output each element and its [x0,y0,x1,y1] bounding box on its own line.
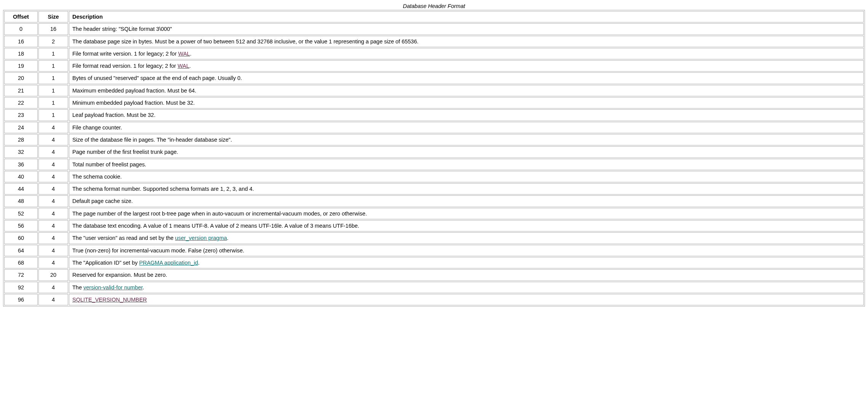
cell-description: The page number of the largest root b-tr… [69,208,864,219]
table-row: 211Maximum embedded payload fraction. Mu… [4,85,864,96]
cell-size: 4 [38,195,68,207]
cell-offset: 23 [4,109,38,121]
cell-size: 4 [38,122,68,133]
cell-size: 4 [38,257,68,268]
cell-size: 1 [38,109,68,121]
col-header-size: Size [38,11,68,22]
cell-size: 4 [38,183,68,195]
cell-description: The schema format number. Supported sche… [69,183,864,195]
table-row: 221Minimum embedded payload fraction. Mu… [4,97,864,109]
table-row: 284Size of the database file in pages. T… [4,134,864,145]
cell-description: The database text encoding. A value of 1… [69,220,864,231]
cell-description: File format write version. 1 for legacy;… [69,48,864,59]
cell-offset: 64 [4,245,38,256]
cell-description: The version-valid-for number. [69,282,864,293]
cell-description: The "user version" as read and set by th… [69,232,864,244]
cell-offset: 24 [4,122,38,133]
cell-offset: 44 [4,183,38,195]
cell-offset: 68 [4,257,38,268]
cell-description: SQLITE_VERSION_NUMBER [69,294,864,305]
col-header-description: Description [69,11,864,22]
cell-offset: 0 [4,23,38,35]
cell-size: 4 [38,159,68,170]
cell-size: 1 [38,85,68,96]
cell-offset: 72 [4,269,38,281]
link[interactable]: SQLITE_VERSION_NUMBER [72,297,147,303]
link[interactable]: WAL [178,51,190,57]
table-row: 162The database page size in bytes. Must… [4,36,864,47]
table-row: 684The "Application ID" set by PRAGMA ap… [4,257,864,268]
cell-offset: 28 [4,134,38,145]
cell-description: True (non-zero) for incremental-vacuum m… [69,245,864,256]
table-caption: Database Header Format [3,3,865,9]
cell-offset: 20 [4,72,38,84]
table-row: 231Leaf payload fraction. Must be 32. [4,109,864,121]
cell-size: 1 [38,72,68,84]
cell-offset: 32 [4,146,38,158]
cell-size: 1 [38,60,68,72]
table-row: 191File format read version. 1 for legac… [4,60,864,72]
cell-size: 4 [38,282,68,293]
table-row: 644True (non-zero) for incremental-vacuu… [4,245,864,256]
cell-description: Total number of freelist pages. [69,159,864,170]
cell-description: The "Application ID" set by PRAGMA appli… [69,257,864,268]
cell-offset: 36 [4,159,38,170]
cell-offset: 96 [4,294,38,305]
table-row: 524The page number of the largest root b… [4,208,864,219]
link[interactable]: PRAGMA application_id [139,260,198,266]
cell-description: Maximum embedded payload fraction. Must … [69,85,864,96]
cell-offset: 16 [4,36,38,47]
cell-description: Bytes of unused "reserved" space at the … [69,72,864,84]
cell-description: Leaf payload fraction. Must be 32. [69,109,864,121]
table-row: 444The schema format number. Supported s… [4,183,864,195]
cell-size: 1 [38,97,68,109]
cell-description: Minimum embedded payload fraction. Must … [69,97,864,109]
cell-description: Reserved for expansion. Must be zero. [69,269,864,281]
cell-description: Size of the database file in pages. The … [69,134,864,145]
cell-offset: 56 [4,220,38,231]
cell-description: Default page cache size. [69,195,864,207]
table-row: 484Default page cache size. [4,195,864,207]
cell-offset: 92 [4,282,38,293]
cell-description: File format read version. 1 for legacy; … [69,60,864,72]
cell-offset: 22 [4,97,38,109]
cell-offset: 48 [4,195,38,207]
cell-offset: 40 [4,171,38,182]
cell-size: 4 [38,294,68,305]
cell-size: 2 [38,36,68,47]
link[interactable]: WAL [177,63,189,69]
cell-size: 4 [38,146,68,158]
cell-size: 4 [38,220,68,231]
cell-size: 1 [38,48,68,59]
table-row: 016The header string: "SQLite format 3\0… [4,23,864,35]
link[interactable]: version-valid-for number [83,284,143,290]
table-row: 964SQLITE_VERSION_NUMBER [4,294,864,305]
cell-offset: 18 [4,48,38,59]
cell-description: The database page size in bytes. Must be… [69,36,864,47]
table-body: 016The header string: "SQLite format 3\0… [4,23,864,305]
cell-size: 4 [38,134,68,145]
cell-size: 4 [38,232,68,244]
cell-size: 16 [38,23,68,35]
link[interactable]: user_version pragma [175,235,227,241]
table-row: 604The "user version" as read and set by… [4,232,864,244]
cell-description: File change counter. [69,122,864,133]
table-row: 564The database text encoding. A value o… [4,220,864,231]
cell-size: 20 [38,269,68,281]
cell-size: 4 [38,171,68,182]
table-row: 244File change counter. [4,122,864,133]
table-row: 201Bytes of unused "reserved" space at t… [4,72,864,84]
cell-size: 4 [38,208,68,219]
table-row: 364Total number of freelist pages. [4,159,864,170]
table-row: 404The schema cookie. [4,171,864,182]
cell-size: 4 [38,245,68,256]
database-header-table: Offset Size Description 016The header st… [3,10,865,306]
cell-description: The schema cookie. [69,171,864,182]
table-row: 324Page number of the first freelist tru… [4,146,864,158]
table-row: 181File format write version. 1 for lega… [4,48,864,59]
cell-description: Page number of the first freelist trunk … [69,146,864,158]
cell-offset: 52 [4,208,38,219]
table-row: 924The version-valid-for number. [4,282,864,293]
cell-offset: 60 [4,232,38,244]
cell-offset: 21 [4,85,38,96]
